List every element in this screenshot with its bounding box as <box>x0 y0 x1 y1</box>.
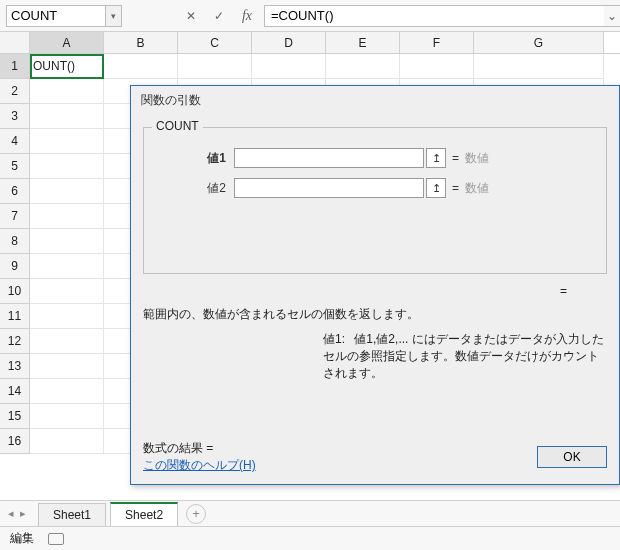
cell[interactable] <box>30 79 104 104</box>
equals-label: = <box>446 181 465 195</box>
formula-expand-button[interactable]: ⌄ <box>604 5 620 27</box>
chevron-down-icon: ▾ <box>111 11 116 21</box>
tab-nav: ◂ ▸ <box>0 507 34 520</box>
cell[interactable] <box>30 329 104 354</box>
argument-hint: 数値 <box>465 150 489 167</box>
formula-bar: ▾ ✕ ✓ fx ⌄ <box>0 0 620 32</box>
param-description: 値1,値2,... にはデータまたはデータが入力したセルの参照指定します。数値デ… <box>323 332 604 380</box>
row-header[interactable]: 6 <box>0 179 30 204</box>
cell[interactable] <box>30 229 104 254</box>
column-header-A[interactable]: A <box>30 32 104 53</box>
cell[interactable] <box>30 404 104 429</box>
status-mode: 編集 <box>10 530 34 547</box>
row-header[interactable]: 5 <box>0 154 30 179</box>
row-header[interactable]: 13 <box>0 354 30 379</box>
argument-row-1: 値1 ↥ = 数値 <box>154 145 596 171</box>
confirm-formula-button[interactable]: ✓ <box>210 7 228 25</box>
row-header[interactable]: 11 <box>0 304 30 329</box>
column-header-E[interactable]: E <box>326 32 400 53</box>
range-picker-button[interactable]: ↥ <box>426 178 446 198</box>
column-header-D[interactable]: D <box>252 32 326 53</box>
param-name: 値1: <box>323 331 345 348</box>
row-header[interactable]: 9 <box>0 254 30 279</box>
x-icon: ✕ <box>186 9 196 23</box>
argument-input-2[interactable] <box>234 178 424 198</box>
sheet-tab-sheet1[interactable]: Sheet1 <box>38 503 106 526</box>
collapse-icon: ↥ <box>432 182 441 195</box>
tab-nav-next[interactable]: ▸ <box>20 507 26 520</box>
row-header[interactable]: 8 <box>0 229 30 254</box>
chevron-down-icon: ⌄ <box>607 9 617 23</box>
formula-bar-buttons: ✕ ✓ fx <box>182 7 256 25</box>
function-help-link[interactable]: この関数のヘルプ(H) <box>143 458 256 472</box>
result-equals: = <box>143 284 607 298</box>
cell[interactable] <box>104 54 178 79</box>
cell[interactable] <box>30 429 104 454</box>
cell[interactable] <box>30 254 104 279</box>
argument-row-2: 値2 ↥ = 数値 <box>154 175 596 201</box>
macro-record-icon[interactable] <box>48 533 64 545</box>
collapse-icon: ↥ <box>432 152 441 165</box>
cell[interactable] <box>30 354 104 379</box>
formula-input[interactable] <box>264 5 604 27</box>
row-header[interactable]: 1 <box>0 54 30 79</box>
column-header-F[interactable]: F <box>400 32 474 53</box>
row-header[interactable]: 7 <box>0 204 30 229</box>
row-header[interactable]: 15 <box>0 404 30 429</box>
cell[interactable] <box>326 54 400 79</box>
name-box[interactable] <box>6 5 106 27</box>
cell[interactable] <box>400 54 474 79</box>
grid-row: 1OUNT() <box>0 54 620 79</box>
tab-nav-prev[interactable]: ◂ <box>8 507 14 520</box>
formula-result-label: 数式の結果 = <box>143 440 256 457</box>
argument-label: 値1 <box>154 150 234 167</box>
plus-icon: + <box>192 506 200 521</box>
argument-label: 値2 <box>154 180 234 197</box>
argument-hint: 数値 <box>465 180 489 197</box>
dialog-description: = 範囲内の、数値が含まれるセルの個数を返します。 値1: 値1,値2,... … <box>143 284 607 382</box>
function-description: 範囲内の、数値が含まれるセルの個数を返します。 <box>143 306 607 323</box>
cell[interactable] <box>30 279 104 304</box>
row-header[interactable]: 10 <box>0 279 30 304</box>
cell[interactable] <box>30 379 104 404</box>
row-header[interactable]: 4 <box>0 129 30 154</box>
select-all-corner[interactable] <box>0 32 30 53</box>
row-header[interactable]: 3 <box>0 104 30 129</box>
insert-function-button[interactable]: fx <box>238 7 256 25</box>
add-sheet-button[interactable]: + <box>186 504 206 524</box>
cell[interactable] <box>252 54 326 79</box>
column-header-C[interactable]: C <box>178 32 252 53</box>
row-header[interactable]: 14 <box>0 379 30 404</box>
row-header[interactable]: 2 <box>0 79 30 104</box>
column-header-G[interactable]: G <box>474 32 604 53</box>
dialog-footer-left: 数式の結果 = この関数のヘルプ(H) <box>143 440 256 474</box>
row-header[interactable]: 12 <box>0 329 30 354</box>
column-headers: A B C D E F G <box>0 32 620 54</box>
argument-input-1[interactable] <box>234 148 424 168</box>
check-icon: ✓ <box>214 9 224 23</box>
ok-button[interactable]: OK <box>537 446 607 468</box>
arguments-groupbox: COUNT 値1 ↥ = 数値 値2 ↥ = 数値 <box>143 127 607 274</box>
sheet-tab-bar: ◂ ▸ Sheet1 Sheet2 + <box>0 500 620 526</box>
function-name-label: COUNT <box>152 119 203 133</box>
name-box-dropdown[interactable]: ▾ <box>106 5 122 27</box>
cell[interactable] <box>30 179 104 204</box>
cell[interactable] <box>30 154 104 179</box>
cancel-formula-button[interactable]: ✕ <box>182 7 200 25</box>
column-header-B[interactable]: B <box>104 32 178 53</box>
status-bar: 編集 <box>0 526 620 550</box>
range-picker-button[interactable]: ↥ <box>426 148 446 168</box>
cell[interactable] <box>30 104 104 129</box>
cell[interactable] <box>30 204 104 229</box>
row-header[interactable]: 16 <box>0 429 30 454</box>
cell[interactable] <box>474 54 604 79</box>
name-box-wrap: ▾ <box>6 5 122 27</box>
cell[interactable]: OUNT() <box>30 54 104 79</box>
cell[interactable] <box>30 129 104 154</box>
cell[interactable] <box>178 54 252 79</box>
sheet-tab-sheet2[interactable]: Sheet2 <box>110 502 178 527</box>
equals-label: = <box>446 151 465 165</box>
cell[interactable] <box>30 304 104 329</box>
dialog-title: 関数の引数 <box>131 86 619 115</box>
fx-icon: fx <box>242 8 252 24</box>
